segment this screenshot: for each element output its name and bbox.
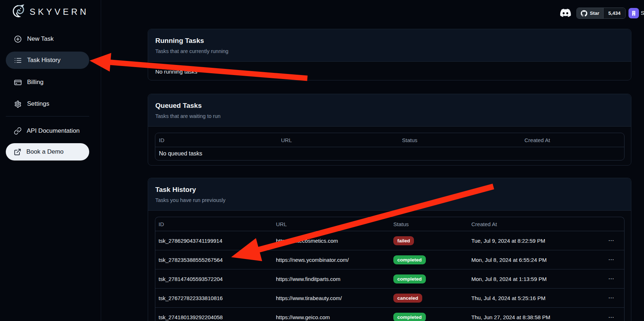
sidebar-item-billing[interactable]: Billing — [6, 74, 89, 91]
sidebar: SKYVERN New Task Task History Billing — [0, 0, 101, 321]
status-badge: completed — [393, 274, 426, 283]
org-avatar[interactable] — [628, 8, 639, 18]
task-created-at: Mon, Jul 8, 2024 at 1:13:59 PM — [471, 276, 546, 282]
github-star-count[interactable]: 5,434 — [603, 8, 625, 18]
sidebar-item-label: Settings — [27, 100, 49, 107]
task-history-card: Task History Tasks you have run previous… — [148, 178, 631, 321]
skyvern-logo[interactable]: SKYVERN — [9, 2, 89, 22]
column-header-id: ID — [159, 137, 281, 143]
sidebar-divider — [6, 116, 89, 116]
table-row[interactable]: tsk_274180139292204058 https://www.geico… — [155, 308, 624, 321]
sidebar-item-label: API Documentation — [27, 127, 79, 135]
queued-tasks-card: Queued Tasks Tasks that are waiting to r… — [148, 94, 631, 166]
running-tasks-title: Running Tasks — [155, 37, 624, 45]
link-icon — [14, 127, 22, 135]
task-id: tsk_278629043741199914 — [159, 238, 276, 244]
sidebar-item-new-task[interactable]: New Task — [6, 30, 89, 48]
column-header-created-at: Created At — [524, 137, 624, 143]
task-id: tsk_278147405593572204 — [159, 276, 276, 282]
no-queued-tasks-text: No queued tasks — [159, 150, 624, 157]
column-header-id: ID — [159, 221, 276, 227]
external-link-icon — [14, 148, 21, 156]
task-history-subtitle: Tasks you have run previously — [155, 197, 624, 203]
task-id: tsk_276727822333810816 — [159, 295, 276, 301]
task-history-title: Task History — [155, 186, 624, 194]
queued-tasks-title: Queued Tasks — [155, 102, 624, 110]
queued-table-header-row: ID URL Status Created At — [155, 133, 624, 147]
running-tasks-header: Running Tasks Tasks that are currently r… — [148, 29, 631, 62]
gear-icon — [14, 100, 22, 108]
running-tasks-subtitle: Tasks that are currently running — [155, 48, 624, 54]
queued-empty-row: No queued tasks — [155, 147, 624, 160]
task-history-header: Task History Tasks you have run previous… — [148, 178, 631, 211]
row-actions-button[interactable]: ⋯ — [608, 257, 624, 263]
github-star-widget[interactable]: Star 5,434 — [576, 8, 626, 19]
skyvern-dragon-icon — [9, 4, 26, 20]
queued-tasks-header: Queued Tasks Tasks that are waiting to r… — [148, 94, 631, 127]
column-header-created-at: Created At — [471, 221, 624, 227]
github-icon — [581, 10, 587, 17]
sidebar-item-task-history[interactable]: Task History — [6, 52, 89, 69]
table-row[interactable]: tsk_278629043741199914 https://elitecosm… — [155, 231, 624, 250]
status-badge: failed — [393, 236, 414, 245]
sidebar-item-label: Book a Demo — [26, 148, 64, 155]
status-badge: canceled — [393, 294, 422, 303]
task-history-table: ID URL Status Created At tsk_27862904374… — [155, 217, 624, 321]
status-badge: completed — [393, 313, 426, 321]
task-url: https://www.finditparts.com — [276, 276, 393, 282]
task-id: tsk_274180139292204058 — [159, 314, 276, 320]
task-created-at: Thu, Jul 4, 2024 at 5:25:16 PM — [471, 295, 545, 301]
task-created-at: Thu, Jun 27, 2024 at 8:38:58 PM — [471, 314, 550, 320]
discord-button[interactable] — [559, 7, 571, 19]
queued-tasks-table: ID URL Status Created At No queued tasks — [155, 133, 624, 160]
column-header-status: Status — [402, 137, 524, 143]
building-icon — [631, 10, 637, 16]
no-running-tasks-text: No running tasks — [148, 62, 631, 82]
status-badge: completed — [393, 255, 426, 264]
row-actions-button[interactable]: ⋯ — [608, 276, 624, 282]
task-url: https://elitecosmetics.com — [276, 238, 393, 244]
list-icon — [14, 56, 22, 65]
skyvern-app: SKYVERN New Task Task History Billing — [0, 0, 644, 321]
sidebar-item-settings[interactable]: Settings — [6, 95, 89, 113]
row-actions-button[interactable]: ⋯ — [608, 295, 624, 301]
column-header-url: URL — [281, 137, 402, 143]
task-url: https://news.ycombinator.com/ — [276, 257, 393, 263]
sidebar-item-label: Billing — [27, 79, 43, 86]
brand-name: SKYVERN — [30, 7, 89, 17]
github-star-button[interactable]: Star — [577, 8, 603, 18]
sidebar-item-label: Task History — [27, 57, 61, 64]
task-id: tsk_278235388555267564 — [159, 257, 276, 263]
history-table-header-row: ID URL Status Created At — [155, 217, 624, 231]
plus-circle-icon — [14, 35, 22, 43]
running-tasks-card: Running Tasks Tasks that are currently r… — [148, 29, 631, 80]
table-row[interactable]: tsk_278235388555267564 https://news.ycom… — [155, 250, 624, 269]
book-a-demo-button[interactable]: Book a Demo — [6, 143, 89, 160]
row-actions-button[interactable]: ⋯ — [608, 315, 624, 320]
github-star-label: Star — [590, 10, 599, 16]
sidebar-item-api-documentation[interactable]: API Documentation — [6, 122, 89, 140]
column-header-url: URL — [276, 221, 393, 227]
column-header-status: Status — [393, 221, 471, 227]
task-url: https://www.tirabeauty.com/ — [276, 295, 393, 301]
table-row[interactable]: tsk_278147405593572204 https://www.findi… — [155, 269, 624, 289]
task-created-at: Mon, Jul 8, 2024 at 6:55:24 PM — [471, 257, 546, 263]
discord-icon — [560, 8, 571, 17]
sidebar-item-label: New Task — [27, 35, 53, 43]
task-url: https://www.geico.com — [276, 314, 393, 320]
credit-card-icon — [14, 78, 22, 87]
row-actions-button[interactable]: ⋯ — [608, 238, 624, 243]
queued-tasks-subtitle: Tasks that are waiting to run — [155, 113, 624, 119]
org-name-partial[interactable]: Sk — [641, 10, 644, 16]
table-row[interactable]: tsk_276727822333810816 https://www.tirab… — [155, 289, 624, 308]
task-created-at: Tue, Jul 9, 2024 at 8:22:59 PM — [471, 238, 545, 244]
